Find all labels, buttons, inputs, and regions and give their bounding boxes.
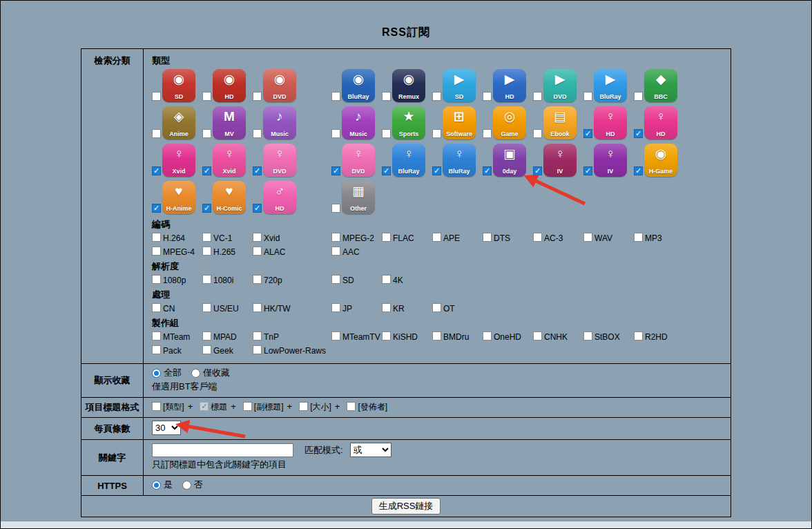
category-checkbox[interactable] xyxy=(382,92,391,101)
https-no-radio[interactable] xyxy=(182,481,191,490)
filter-option[interactable]: WAV xyxy=(583,233,634,243)
filter-checkbox[interactable] xyxy=(483,331,492,340)
category-icon-bbc[interactable]: ◆BBC xyxy=(644,69,677,102)
filter-checkbox[interactable] xyxy=(202,275,211,284)
category-icon-anime[interactable]: ◈Anime xyxy=(162,106,195,140)
category-checkbox[interactable] xyxy=(202,204,211,213)
category-checkbox[interactable] xyxy=(382,166,391,175)
filter-checkbox[interactable] xyxy=(331,303,340,312)
category-checkbox[interactable] xyxy=(533,166,542,175)
category-icon-xvid[interactable]: ♀Xvid xyxy=(213,144,246,177)
filter-checkbox[interactable] xyxy=(152,275,161,284)
filter-checkbox[interactable] xyxy=(331,331,340,340)
category-icon-remux[interactable]: ◉Remux xyxy=(392,69,425,102)
category-icon-hd[interactable]: ◉HD xyxy=(213,69,246,102)
filter-option[interactable]: MTeam xyxy=(152,331,202,342)
filter-option[interactable]: R2HD xyxy=(634,331,684,342)
favorites-all-radio[interactable] xyxy=(152,369,161,378)
filter-option[interactable]: ALAC xyxy=(253,247,303,257)
category-checkbox[interactable] xyxy=(331,166,340,175)
filter-option[interactable]: AC-3 xyxy=(533,233,583,243)
category-checkbox[interactable] xyxy=(331,204,340,213)
filter-checkbox[interactable] xyxy=(202,331,211,340)
filter-option[interactable]: 4K xyxy=(382,275,432,285)
category-checkbox[interactable] xyxy=(432,92,441,101)
category-checkbox[interactable] xyxy=(583,92,592,101)
filter-option[interactable]: KiSHD xyxy=(382,331,432,342)
category-checkbox[interactable] xyxy=(483,166,492,175)
category-checkbox[interactable] xyxy=(152,92,161,101)
filter-checkbox[interactable] xyxy=(533,331,542,340)
category-checkbox[interactable] xyxy=(152,166,161,175)
category-checkbox[interactable] xyxy=(483,92,492,101)
category-icon-h-anime[interactable]: ♥H-Anime xyxy=(162,181,195,214)
filter-checkbox[interactable] xyxy=(253,303,262,312)
filter-option[interactable]: BMDru xyxy=(432,331,483,342)
generate-rss-button[interactable]: 生成RSS鏈接 xyxy=(371,498,441,514)
category-checkbox[interactable] xyxy=(583,166,592,175)
per-page-select[interactable]: 30 xyxy=(152,421,181,435)
filter-checkbox[interactable] xyxy=(432,233,441,242)
title-format-checkbox[interactable] xyxy=(347,402,356,411)
category-checkbox[interactable] xyxy=(432,129,441,138)
category-checkbox[interactable] xyxy=(432,166,441,175)
filter-checkbox[interactable] xyxy=(382,233,391,242)
filter-option[interactable]: FLAC xyxy=(382,233,432,243)
category-checkbox[interactable] xyxy=(253,204,262,213)
filter-option[interactable]: MPAD xyxy=(202,331,253,342)
category-checkbox[interactable] xyxy=(331,92,340,101)
filter-checkbox[interactable] xyxy=(331,275,340,284)
category-checkbox[interactable] xyxy=(253,166,262,175)
filter-option[interactable]: CN xyxy=(152,303,202,314)
match-mode-select[interactable]: 或 xyxy=(350,443,392,457)
filter-option[interactable]: MPEG-2 xyxy=(331,233,382,243)
category-checkbox[interactable] xyxy=(483,129,492,138)
filter-checkbox[interactable] xyxy=(152,331,161,340)
category-icon-bluray[interactable]: ♀BluRay xyxy=(443,144,476,177)
category-icon-h-game[interactable]: ◉H-Game xyxy=(644,144,677,177)
filter-option[interactable]: MPEG-4 xyxy=(152,247,202,257)
filter-checkbox[interactable] xyxy=(331,233,340,242)
category-icon-other[interactable]: ▦Other xyxy=(342,181,375,214)
title-format-checkbox[interactable] xyxy=(299,402,308,411)
filter-option[interactable]: Pack xyxy=(152,345,202,356)
category-icon-sd[interactable]: ▶SD xyxy=(443,69,476,102)
category-checkbox[interactable] xyxy=(331,129,340,138)
filter-option[interactable]: APE xyxy=(432,233,483,243)
category-icon-bluray[interactable]: ♀BluRay xyxy=(392,144,425,177)
filter-option[interactable]: Xvid xyxy=(253,233,303,243)
category-icon-hd[interactable]: ▶HD xyxy=(493,69,526,102)
category-checkbox[interactable] xyxy=(202,166,211,175)
filter-option[interactable]: JP xyxy=(331,303,382,314)
category-icon-bluray[interactable]: ◉BluRay xyxy=(342,69,375,102)
category-icon-xvid[interactable]: ♀Xvid xyxy=(162,144,195,177)
filter-option[interactable]: OneHD xyxy=(483,331,533,342)
category-icon-sd[interactable]: ◉SD xyxy=(162,69,195,102)
filter-checkbox[interactable] xyxy=(152,303,161,312)
filter-option[interactable]: LowPower-Raws xyxy=(253,345,303,356)
category-icon-dvd[interactable]: ♀DVD xyxy=(342,144,375,177)
filter-option[interactable]: 1080i xyxy=(202,275,253,285)
filter-option[interactable]: VC-1 xyxy=(202,233,253,243)
filter-checkbox[interactable] xyxy=(152,233,161,242)
filter-checkbox[interactable] xyxy=(483,233,492,242)
filter-checkbox[interactable] xyxy=(382,275,391,284)
filter-checkbox[interactable] xyxy=(432,331,441,340)
filter-option[interactable]: 1080p xyxy=(152,275,202,285)
filter-option[interactable]: 720p xyxy=(253,275,303,285)
filter-checkbox[interactable] xyxy=(634,331,643,340)
filter-option[interactable]: StBOX xyxy=(583,331,634,342)
category-icon-iv[interactable]: ♀IV xyxy=(594,144,627,177)
category-checkbox[interactable] xyxy=(152,129,161,138)
filter-option[interactable]: OT xyxy=(432,303,483,314)
filter-checkbox[interactable] xyxy=(634,233,643,242)
category-icon-game[interactable]: ◎Game xyxy=(493,106,526,140)
favorites-only-radio[interactable] xyxy=(191,369,200,378)
category-icon-dvd[interactable]: ◉DVD xyxy=(263,69,296,102)
filter-checkbox[interactable] xyxy=(253,331,262,340)
category-icon-software[interactable]: ⊞Software xyxy=(443,106,476,140)
filter-checkbox[interactable] xyxy=(382,303,391,312)
category-icon-0day[interactable]: ▣0day xyxy=(493,144,526,177)
https-yes-radio[interactable] xyxy=(152,481,161,490)
category-icon-music[interactable]: ♪Music xyxy=(263,106,296,140)
